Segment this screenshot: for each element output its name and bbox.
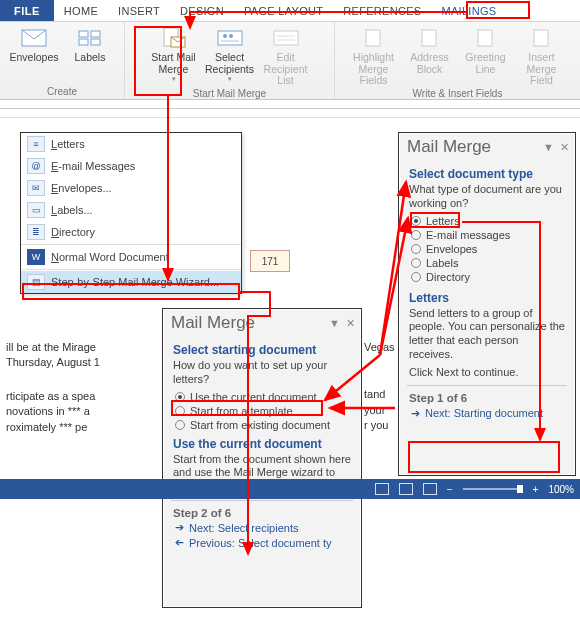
- radio-existing[interactable]: Start from existing document: [173, 419, 351, 431]
- panel1-click: Click Next to continue.: [409, 366, 565, 380]
- tab-references[interactable]: REFERENCES: [333, 0, 431, 21]
- panel2-subheading: Use the current document: [173, 437, 351, 451]
- document-body-fragment: ill be at the Mirage Thursday, August 1 …: [6, 340, 166, 435]
- svg-rect-15: [422, 30, 436, 46]
- document-body-fragment-right: Vegas tand your r you: [364, 340, 424, 434]
- ruler: [0, 100, 580, 118]
- tab-mailings[interactable]: MAILINGS: [431, 0, 506, 21]
- close-icon[interactable]: ✕: [346, 317, 355, 330]
- view-print-icon[interactable]: [399, 483, 413, 495]
- panel1-next[interactable]: ➔Next: Starting document: [409, 407, 565, 419]
- panel-dropdown-icon[interactable]: ▼: [329, 317, 340, 330]
- envelopes-button[interactable]: Envelopes: [6, 24, 62, 64]
- tab-insert[interactable]: INSERT: [108, 0, 170, 21]
- tab-pagelayout[interactable]: PAGE LAYOUT: [234, 0, 333, 21]
- envelope-icon: ✉: [27, 180, 45, 196]
- svg-rect-7: [218, 31, 242, 45]
- labels-icon: [76, 26, 104, 50]
- ribbon-tabs: FILE HOME INSERT DESIGN PAGE LAYOUT REFE…: [0, 0, 580, 22]
- radio-directory[interactable]: Directory: [409, 271, 565, 283]
- tab-design[interactable]: DESIGN: [170, 0, 234, 21]
- panel1-question: What type of document are you working on…: [409, 183, 565, 211]
- group-write-insert: Highlight Merge Fields Address Block Gre…: [335, 22, 580, 99]
- mail-merge-panel-step1: Mail Merge ▼✕ Select document type What …: [398, 132, 576, 476]
- zoom-slider[interactable]: [463, 488, 523, 490]
- greeting-icon: [472, 26, 500, 50]
- email-icon: @: [27, 158, 45, 174]
- view-web-icon[interactable]: [423, 483, 437, 495]
- dropdown-directory[interactable]: ≣Directory: [21, 221, 241, 243]
- radio-letters[interactable]: Letters: [409, 215, 565, 227]
- dropdown-labels[interactable]: ▭Labels...: [21, 199, 241, 221]
- panel2-title: Mail Merge: [171, 313, 255, 333]
- radio-envelopes[interactable]: Envelopes: [409, 243, 565, 255]
- envelope-icon: [20, 26, 48, 50]
- zoom-level[interactable]: 100%: [548, 484, 574, 495]
- group-label-write: Write & Insert Fields: [413, 87, 503, 101]
- arrow-right-icon: ➔: [173, 522, 185, 534]
- svg-rect-3: [79, 39, 88, 45]
- panel2-heading: Select starting document: [173, 343, 351, 357]
- address-block-button: Address Block: [402, 24, 458, 75]
- svg-rect-4: [91, 39, 100, 45]
- dropdown-normal-doc[interactable]: WNormal Word Document: [21, 246, 241, 268]
- start-mail-merge-dropdown: ≡Letters @E-mail Messages ✉Envelopes... …: [20, 132, 242, 294]
- mail-merge-panel-step2: Mail Merge ▼✕ Select starting document H…: [162, 308, 362, 608]
- panel2-step: Step 2 of 6: [173, 507, 351, 519]
- select-recipients-button[interactable]: Select Recipients ▾: [202, 24, 258, 83]
- svg-rect-11: [274, 31, 298, 45]
- insert-icon: [528, 26, 556, 50]
- address-icon: [416, 26, 444, 50]
- start-mail-merge-button[interactable]: Start Mail Merge ▾: [146, 24, 202, 83]
- panel1-title: Mail Merge: [407, 137, 491, 157]
- group-label-startmm: Start Mail Merge: [193, 87, 266, 101]
- panel-dropdown-icon[interactable]: ▼: [543, 141, 554, 154]
- svg-rect-2: [91, 31, 100, 37]
- svg-rect-16: [478, 30, 492, 46]
- greeting-line-button: Greeting Line: [458, 24, 514, 75]
- panel1-step: Step 1 of 6: [409, 392, 565, 404]
- svg-rect-17: [534, 30, 548, 46]
- tab-file[interactable]: FILE: [0, 0, 54, 21]
- recipients-icon: [216, 26, 244, 50]
- chevron-down-icon: ▾: [172, 75, 176, 83]
- sample-badge: 171: [250, 250, 290, 272]
- tab-home[interactable]: HOME: [54, 0, 108, 21]
- status-bar: − + 100%: [0, 479, 580, 499]
- edit-recipient-list-button: Edit Recipient List: [258, 24, 314, 87]
- radio-template[interactable]: Start from a template: [173, 405, 351, 417]
- dropdown-letters[interactable]: ≡Letters: [21, 133, 241, 155]
- zoom-out-button[interactable]: −: [447, 484, 453, 495]
- ribbon: Envelopes Labels Create Start Mail Merge…: [0, 22, 580, 100]
- insert-merge-field-button: Insert Merge Field: [514, 24, 570, 87]
- chevron-down-icon: ▾: [228, 75, 232, 83]
- arrow-left-icon: ➔: [173, 537, 185, 549]
- directory-icon: ≣: [27, 224, 45, 240]
- letters-icon: ≡: [27, 136, 45, 152]
- svg-point-8: [223, 34, 227, 38]
- radio-use-current[interactable]: Use the current document: [173, 391, 351, 403]
- labels-button[interactable]: Labels: [62, 24, 118, 64]
- edit-list-icon: [272, 26, 300, 50]
- page-mail-icon: [160, 26, 188, 50]
- zoom-in-button[interactable]: +: [533, 484, 539, 495]
- dropdown-wizard[interactable]: ▤Step-by-Step Mail Merge Wizard...: [21, 271, 241, 293]
- panel2-next[interactable]: ➔Next: Select recipients: [173, 522, 351, 534]
- dropdown-envelopes[interactable]: ✉Envelopes...: [21, 177, 241, 199]
- svg-rect-14: [366, 30, 380, 46]
- panel1-description: Send letters to a group of people. You c…: [409, 307, 565, 362]
- word-icon: W: [27, 249, 45, 265]
- panel2-prev[interactable]: ➔Previous: Select document ty: [173, 537, 351, 549]
- radio-email[interactable]: E-mail messages: [409, 229, 565, 241]
- svg-rect-1: [79, 31, 88, 37]
- radio-labels[interactable]: Labels: [409, 257, 565, 269]
- close-icon[interactable]: ✕: [560, 141, 569, 154]
- group-create: Envelopes Labels Create: [0, 22, 125, 99]
- dropdown-email[interactable]: @E-mail Messages: [21, 155, 241, 177]
- labels-icon: ▭: [27, 202, 45, 218]
- panel2-question: How do you want to set up your letters?: [173, 359, 351, 387]
- view-read-icon[interactable]: [375, 483, 389, 495]
- highlight-merge-fields-button: Highlight Merge Fields: [346, 24, 402, 87]
- wizard-icon: ▤: [27, 274, 45, 290]
- group-label-create: Create: [47, 85, 77, 99]
